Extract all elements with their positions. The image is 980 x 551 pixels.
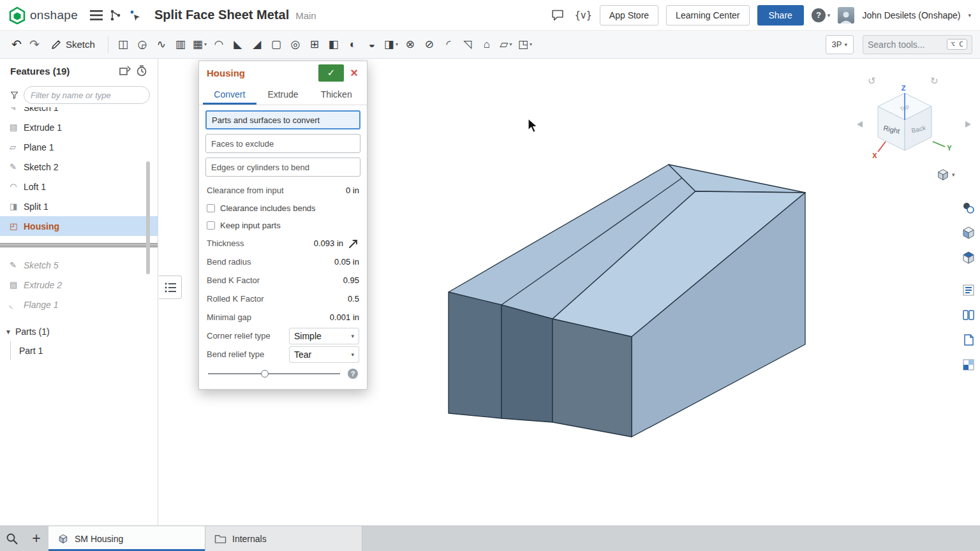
history-button[interactable] bbox=[133, 62, 150, 79]
comments-button[interactable] bbox=[548, 5, 567, 26]
view-options-button[interactable]: ▾ bbox=[937, 168, 955, 181]
sketch-button[interactable]: Sketch bbox=[43, 34, 103, 55]
delete-part-icon[interactable]: ⊘ ▾ bbox=[420, 34, 439, 55]
opacity-slider[interactable] bbox=[208, 373, 340, 374]
loft-icon[interactable]: ▥ ▾ bbox=[171, 34, 190, 55]
delete-face-icon[interactable]: ⊗ ▾ bbox=[401, 34, 420, 55]
clearance-input[interactable]: 0 in bbox=[346, 186, 359, 195]
model-face-chamfer[interactable] bbox=[449, 165, 695, 319]
measure-button[interactable]: 3P ▾ bbox=[826, 35, 854, 54]
revolve-icon[interactable]: ◶ ▾ bbox=[133, 34, 152, 55]
shell-icon[interactable]: ▢ ▾ bbox=[267, 34, 286, 55]
copy-part-icon[interactable]: ◫ ▾ bbox=[114, 34, 133, 55]
configurations-button[interactable] bbox=[958, 304, 979, 327]
panel-scrollbar[interactable] bbox=[146, 161, 150, 274]
faces-to-exclude-picker[interactable]: Faces to exclude bbox=[205, 134, 360, 153]
chamfer-icon[interactable]: ◣ ▾ bbox=[228, 34, 248, 55]
parts-to-convert-picker[interactable]: Parts and surfaces to convert bbox=[205, 110, 360, 129]
feature-item[interactable]: ◟ Flange 1 bbox=[0, 295, 158, 314]
user-menu-caret-icon[interactable]: ▾ bbox=[968, 12, 971, 18]
share-button[interactable]: Share bbox=[757, 5, 804, 26]
versions-button[interactable] bbox=[106, 5, 125, 26]
named-views-button[interactable] bbox=[958, 221, 979, 244]
user-name[interactable]: John Desilets (Onshape) bbox=[862, 10, 960, 20]
render-options-button[interactable] bbox=[958, 196, 979, 219]
feature-item[interactable]: ▱ Plane 1 bbox=[0, 137, 158, 157]
feature-statistics-button[interactable] bbox=[958, 279, 979, 302]
minimal-gap-input[interactable]: 0.001 in bbox=[330, 312, 359, 322]
rollback-bar[interactable] bbox=[0, 243, 158, 247]
avatar[interactable] bbox=[838, 7, 854, 24]
modify-fillet-icon[interactable]: ◜ ▾ bbox=[439, 34, 458, 55]
insert-folder-button[interactable] bbox=[117, 62, 133, 79]
tab-extrude[interactable]: Extrude bbox=[256, 84, 310, 105]
tab-internals[interactable]: Internals bbox=[205, 526, 362, 551]
update-checker-button[interactable] bbox=[958, 353, 979, 376]
feature-item[interactable]: ◠ Loft 1 bbox=[0, 177, 158, 196]
split-icon[interactable]: ◨ ▾ bbox=[382, 34, 401, 55]
redo-button[interactable]: ↷ bbox=[26, 37, 43, 52]
slider-handle[interactable] bbox=[261, 370, 269, 378]
rolled-k-factor-input[interactable]: 0.5 bbox=[348, 294, 359, 304]
follow-mode-button[interactable] bbox=[125, 5, 144, 26]
boolean-icon[interactable]: ◒ ▾ bbox=[362, 34, 382, 55]
draft-icon[interactable]: ◢ ▾ bbox=[248, 34, 267, 55]
cancel-button[interactable]: × bbox=[344, 64, 364, 82]
mirror-icon[interactable]: ◧ ▾ bbox=[324, 34, 343, 55]
flip-direction-button[interactable] bbox=[348, 239, 359, 249]
search-tabs-button[interactable] bbox=[0, 526, 24, 551]
onshape-logo[interactable]: onshape bbox=[9, 6, 78, 24]
plane-icon[interactable]: ▱ ▾ bbox=[496, 34, 516, 55]
bend-relief-select[interactable]: Tear ▾ bbox=[289, 346, 359, 363]
tab-thicken[interactable]: Thicken bbox=[309, 84, 363, 105]
feature-item[interactable]: ▤ Extrude 1 bbox=[0, 117, 158, 137]
edges-to-bend-picker[interactable]: Edges or cylinders to bend bbox=[205, 158, 360, 177]
thickness-input[interactable]: 0.093 in bbox=[314, 239, 343, 248]
bend-k-factor-input[interactable]: 0.95 bbox=[343, 276, 359, 285]
rotate-ccw-icon[interactable]: ↺ bbox=[868, 75, 876, 86]
bend-radius-input[interactable]: 0.05 in bbox=[334, 257, 359, 267]
hole-icon[interactable]: ◎ ▾ bbox=[286, 34, 305, 55]
dialog-help-button[interactable]: ? bbox=[348, 369, 358, 379]
model-face-front-right[interactable] bbox=[553, 319, 632, 437]
clearance-includes-bends-checkbox[interactable] bbox=[207, 204, 215, 212]
feature-filter-input[interactable] bbox=[24, 86, 150, 104]
main-menu-button[interactable] bbox=[87, 5, 106, 26]
extrude-menu-icon[interactable]: ▦ ▾ bbox=[190, 34, 209, 55]
help-menu[interactable]: ? ▾ bbox=[812, 8, 831, 22]
move-face-icon[interactable]: ◹ ▾ bbox=[458, 34, 477, 55]
learning-center-button[interactable]: Learning Center bbox=[666, 5, 749, 26]
tab-convert[interactable]: Convert bbox=[203, 84, 256, 105]
rotate-right-arrow[interactable] bbox=[965, 121, 971, 128]
search-tools-input[interactable]: Search tools... ⌥ C bbox=[863, 35, 972, 54]
parts-section-header[interactable]: ▼ Parts (1) bbox=[0, 322, 158, 341]
model-face-front-mid[interactable] bbox=[501, 305, 553, 422]
add-tab-button[interactable]: + bbox=[24, 526, 48, 551]
model-face-top[interactable] bbox=[553, 191, 805, 337]
model-face-back-sliver[interactable] bbox=[669, 165, 805, 193]
model-face-right[interactable] bbox=[632, 193, 805, 437]
feature-list-flyout-button[interactable] bbox=[159, 276, 182, 299]
feature-item[interactable]: ✎ Sketch 5 bbox=[0, 255, 158, 275]
feature-item[interactable]: ▤ Extrude 2 bbox=[0, 275, 158, 295]
linear-pattern-icon[interactable]: ⊞ ▾ bbox=[305, 34, 324, 55]
corner-relief-select[interactable]: Simple ▾ bbox=[289, 328, 359, 344]
app-store-button[interactable]: App Store bbox=[600, 5, 658, 26]
sweep-icon[interactable]: ∿ ▾ bbox=[152, 34, 171, 55]
feature-item[interactable]: ◨ Split 1 bbox=[0, 196, 158, 216]
circular-pattern-icon[interactable]: ◐ ▾ bbox=[343, 34, 362, 55]
model-face-front-left[interactable] bbox=[449, 292, 501, 418]
part-item[interactable]: Part 1 bbox=[0, 341, 158, 360]
workspace-name[interactable]: Main bbox=[295, 10, 316, 21]
fillet-icon[interactable]: ◠ ▾ bbox=[209, 34, 228, 55]
feature-item[interactable]: ◰ Housing bbox=[0, 216, 158, 236]
section-view-button[interactable] bbox=[958, 246, 979, 269]
confirm-button[interactable]: ✓ bbox=[318, 64, 344, 82]
sheet-metal-tools-icon[interactable]: ⌂ ▾ bbox=[477, 34, 496, 55]
rotate-cw-icon[interactable]: ↻ bbox=[930, 75, 939, 86]
model-split-edge[interactable] bbox=[501, 178, 682, 305]
feature-item[interactable]: ✎ Sketch 2 bbox=[0, 157, 158, 177]
rotate-left-arrow[interactable] bbox=[857, 121, 863, 128]
keep-input-parts-checkbox[interactable] bbox=[207, 221, 215, 230]
tab-sm-housing[interactable]: SM Housing bbox=[48, 526, 205, 551]
